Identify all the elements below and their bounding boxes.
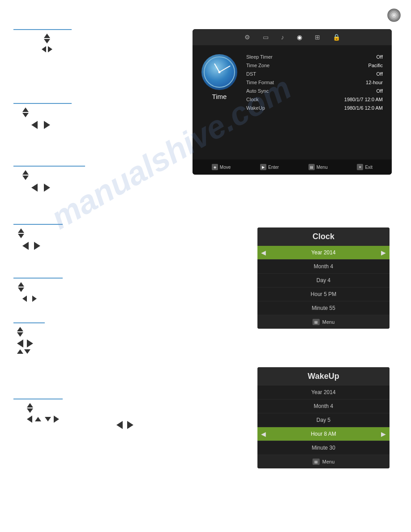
separator-line-1 bbox=[13, 29, 72, 30]
up-arrow bbox=[44, 34, 50, 38]
instruction-block-3 bbox=[13, 166, 85, 192]
clock-dialog-title: Clock bbox=[257, 227, 390, 246]
clock-image bbox=[201, 54, 237, 90]
enter-button[interactable]: ▶ Enter bbox=[260, 164, 279, 170]
hour-right-arrow[interactable]: ▶ bbox=[381, 430, 386, 438]
enter-label: Enter bbox=[268, 165, 279, 170]
wakeup-dialog-title: WakeUp bbox=[257, 367, 390, 386]
move-button[interactable]: ◈ Move bbox=[212, 164, 231, 170]
grid-icon: ⊞ bbox=[315, 34, 320, 41]
up-down-arrows-4 bbox=[18, 228, 24, 238]
clock-hour-label: Hour 5 PM bbox=[263, 291, 384, 297]
top-right-globe-icon bbox=[387, 8, 401, 22]
wakeup-minute-row[interactable]: Minute 30 bbox=[257, 441, 390, 455]
up-down-arrows-3 bbox=[22, 170, 29, 180]
up-down-arrows-5 bbox=[18, 282, 24, 292]
device-info-row: Time Format12-hour bbox=[246, 80, 383, 85]
wakeup-dialog: WakeUp Year 2014 Month 4 Day 5 ◀ Hour 8 … bbox=[257, 367, 390, 468]
instruction-block-7 bbox=[13, 399, 63, 423]
separator-line-6 bbox=[13, 322, 45, 323]
hour-left-arrow[interactable]: ◀ bbox=[261, 430, 266, 438]
ud-row-2 bbox=[17, 349, 30, 354]
device-info-value: Off bbox=[377, 54, 383, 60]
wakeup-month-row[interactable]: Month 4 bbox=[257, 399, 390, 413]
clock-menu-icon: ▤ bbox=[313, 319, 320, 325]
up-arrow bbox=[17, 327, 23, 331]
up-down-arrows-6 bbox=[17, 327, 23, 337]
separator-line-5 bbox=[13, 278, 63, 279]
down-arrow-2 bbox=[24, 349, 30, 354]
clock-day-row[interactable]: Day 4 bbox=[257, 274, 390, 287]
left-arrow bbox=[17, 339, 23, 348]
device-info-table: Sleep TimerOffTime ZonePacificDSTOffTime… bbox=[246, 54, 383, 114]
right-arrow bbox=[54, 416, 59, 423]
right-arrow bbox=[34, 242, 40, 250]
right-arrow bbox=[32, 296, 37, 302]
year-right-arrow[interactable]: ▶ bbox=[381, 249, 386, 256]
exit-label: Exit bbox=[365, 165, 372, 170]
device-info-value: 1980/1/7 12:0 AM bbox=[344, 97, 383, 102]
wakeup-menu-label: Menu bbox=[322, 459, 335, 464]
wakeup-day-label: Day 5 bbox=[263, 417, 384, 423]
enter-icon: ▶ bbox=[260, 164, 266, 170]
separator-line-2 bbox=[13, 103, 72, 104]
clock-menu-label: Menu bbox=[322, 319, 335, 325]
device-screen: ⚙ ▭ ♪ ◉ ⊞ 🔒 Time Sleep TimerOffTime Zone… bbox=[193, 29, 392, 175]
wakeup-year-row[interactable]: Year 2014 bbox=[257, 386, 390, 399]
up-arrow-2 bbox=[17, 349, 23, 354]
exit-icon: ✕ bbox=[357, 164, 363, 170]
clock-day-label: Day 4 bbox=[263, 277, 384, 283]
clock-year-row[interactable]: ◀ Year 2014 ▶ bbox=[257, 246, 390, 260]
left-right-arrows-4 bbox=[22, 242, 40, 250]
instruction-block-6 bbox=[13, 322, 45, 354]
device-info-key: Clock bbox=[246, 97, 287, 102]
device-info-value: Off bbox=[377, 71, 383, 77]
up-arrow bbox=[22, 107, 29, 112]
instruction-block-1 bbox=[13, 29, 72, 52]
clock-hour-row[interactable]: Hour 5 PM bbox=[257, 287, 390, 301]
device-info-value: 1980/1/6 12:0 AM bbox=[344, 105, 383, 111]
wakeup-hour-row[interactable]: ◀ Hour 8 AM ▶ bbox=[257, 427, 390, 441]
clock-month-row[interactable]: Month 4 bbox=[257, 260, 390, 274]
left-arrow bbox=[31, 184, 38, 192]
up-down-arrows-7 bbox=[27, 403, 33, 413]
svg-point-3 bbox=[393, 14, 395, 16]
year-left-arrow[interactable]: ◀ bbox=[261, 249, 266, 256]
device-info-value: Off bbox=[377, 88, 383, 94]
left-arrow bbox=[116, 421, 123, 429]
menu-label: Menu bbox=[317, 165, 328, 170]
right-arrow bbox=[44, 184, 50, 192]
clock-dialog-footer: ▤ Menu bbox=[257, 315, 390, 329]
exit-button[interactable]: ✕ Exit bbox=[357, 164, 372, 170]
up-arrow bbox=[18, 228, 24, 233]
separator-line-7 bbox=[13, 399, 63, 399]
device-info-row: DSTOff bbox=[246, 71, 383, 77]
separator-line-4 bbox=[13, 224, 63, 225]
left-arrow bbox=[22, 242, 29, 250]
clock-minute-label: Minute 55 bbox=[263, 305, 384, 311]
device-info-key: WakeUp bbox=[246, 105, 287, 111]
clock-month-label: Month 4 bbox=[263, 263, 384, 270]
left-right-arrows-5 bbox=[22, 296, 37, 302]
wakeup-month-label: Month 4 bbox=[263, 403, 384, 409]
device-info-key: Auto Sync bbox=[246, 88, 287, 94]
far-right-arrow bbox=[116, 421, 133, 429]
down-arrow bbox=[17, 332, 23, 337]
lock-icon: 🔒 bbox=[333, 34, 340, 41]
left-right-arrows-2 bbox=[31, 121, 50, 129]
down-arrow bbox=[44, 39, 50, 43]
left-arrow bbox=[22, 296, 27, 302]
right-arrow bbox=[127, 421, 133, 429]
clock-minute-row[interactable]: Minute 55 bbox=[257, 301, 390, 315]
up-arrow-small bbox=[35, 417, 41, 421]
clock-active-icon: ◉ bbox=[297, 34, 302, 41]
left-arrow bbox=[31, 121, 38, 129]
device-info-row: Time ZonePacific bbox=[246, 63, 383, 68]
left-arrow bbox=[27, 416, 32, 423]
wakeup-year-label: Year 2014 bbox=[263, 389, 384, 395]
down-arrow-small bbox=[45, 417, 51, 421]
right-arrow bbox=[48, 46, 52, 52]
move-icon: ◈ bbox=[212, 164, 218, 170]
wakeup-day-row[interactable]: Day 5 bbox=[257, 413, 390, 427]
menu-button[interactable]: ▤ Menu bbox=[308, 164, 328, 170]
